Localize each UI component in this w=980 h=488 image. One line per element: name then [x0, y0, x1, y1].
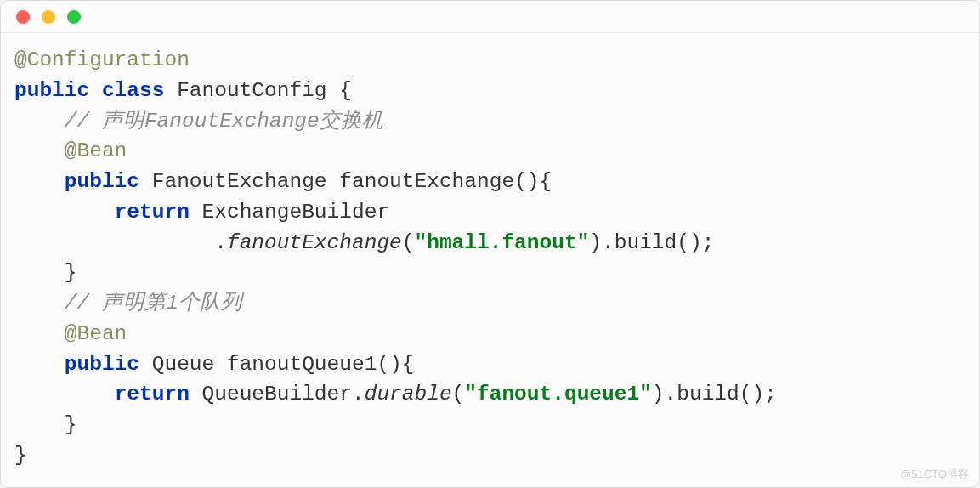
string-literal: "hmall.fanout" — [415, 231, 590, 254]
keyword-public: public — [65, 170, 139, 193]
keyword-public: public — [14, 79, 89, 102]
close-icon[interactable] — [16, 10, 30, 24]
keyword-class: class — [102, 79, 165, 102]
brace: (){ — [514, 170, 552, 193]
dot: . — [352, 383, 365, 406]
watermark-text: @51CTO博客 — [900, 467, 969, 482]
comment-line: // 声明FanoutExchange交换机 — [65, 110, 383, 133]
method-name: fanoutQueue1 — [227, 353, 377, 376]
paren-build: ).build(); — [652, 383, 777, 406]
annotation-bean: @Bean — [65, 139, 127, 162]
method-call: durable — [365, 383, 452, 406]
brace: } — [65, 413, 77, 436]
brace: } — [65, 261, 77, 284]
keyword-return: return — [115, 201, 190, 224]
class-name: FanoutConfig — [177, 79, 326, 102]
annotation-configuration: @Configuration — [14, 48, 190, 71]
builder-class: ExchangeBuilder — [202, 201, 390, 224]
paren-build: ).build(); — [589, 231, 714, 254]
dot: . — [214, 231, 227, 254]
brace: { — [327, 79, 352, 102]
string-literal: "fanout.queue1" — [464, 383, 652, 406]
annotation-bean: @Bean — [65, 322, 127, 345]
keyword-return: return — [115, 383, 190, 406]
method-name: fanoutExchange — [339, 170, 514, 193]
return-type: Queue — [152, 353, 215, 376]
brace: } — [14, 444, 27, 467]
comment-line: // 声明第1个队列 — [65, 292, 242, 315]
minimize-icon[interactable] — [42, 10, 55, 24]
code-content: @Configuration public class FanoutConfig… — [1, 33, 979, 483]
code-window: @Configuration public class FanoutConfig… — [0, 0, 980, 488]
return-type: FanoutExchange — [152, 170, 327, 193]
builder-class: QueueBuilder — [202, 383, 352, 406]
window-titlebar — [1, 1, 979, 33]
paren: ( — [452, 383, 465, 406]
method-call: fanoutExchange — [227, 231, 402, 254]
brace: (){ — [377, 353, 414, 376]
maximize-icon[interactable] — [67, 10, 81, 24]
paren: ( — [402, 231, 415, 254]
keyword-public: public — [65, 353, 139, 376]
